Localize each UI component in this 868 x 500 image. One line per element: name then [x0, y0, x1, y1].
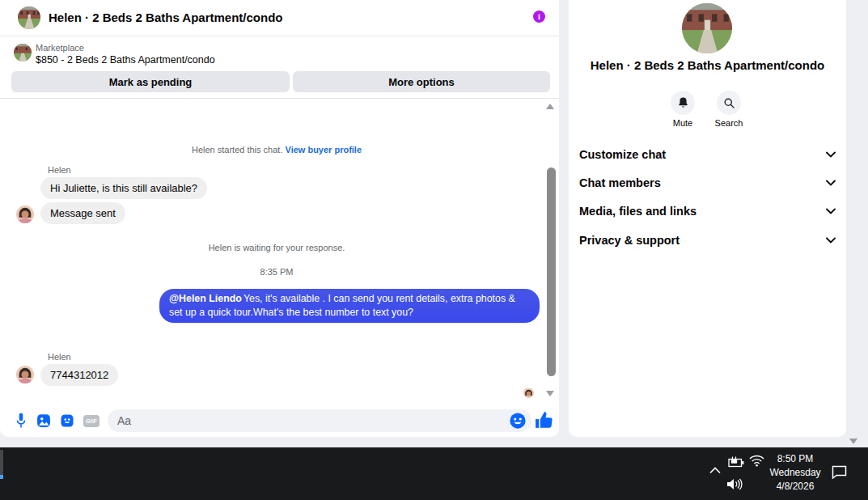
- action-center-icon[interactable]: [831, 464, 847, 479]
- incoming-message-bubble[interactable]: Message sent: [40, 202, 125, 224]
- chat-title: Helen · 2 Beds 2 Baths Apartment/condo: [49, 0, 283, 36]
- attach-image-icon[interactable]: [36, 413, 51, 428]
- chat-header: Helen · 2 Beds 2 Baths Apartment/condo i: [0, 0, 559, 36]
- chevron-down-icon: [826, 180, 836, 186]
- sender-avatar[interactable]: [16, 366, 34, 383]
- clock-date: 4/8/2026: [752, 480, 838, 494]
- section-label: Media, files and links: [579, 205, 697, 218]
- marketplace-listing-avatar[interactable]: [14, 44, 32, 61]
- gif-icon[interactable]: GIF: [83, 415, 100, 427]
- section-label: Chat members: [579, 176, 661, 189]
- person-photo-icon: [523, 388, 534, 398]
- taskbar-edge-sliver: [0, 450, 3, 477]
- thumbs-up-icon[interactable]: [534, 410, 554, 430]
- search-label: Search: [711, 118, 747, 128]
- section-label: Privacy & support: [579, 234, 680, 247]
- clock-day: Wednesday: [752, 466, 838, 480]
- more-options-button[interactable]: More options: [293, 71, 550, 92]
- chevron-down-icon: [826, 237, 836, 244]
- message-input[interactable]: [108, 409, 531, 432]
- listing-price-title[interactable]: $850 - 2 Beds 2 Baths Apartment/condo: [36, 54, 215, 66]
- sender-name-label: Helen: [48, 352, 71, 362]
- chat-scroll-down-arrow[interactable]: [546, 391, 554, 396]
- divider: [0, 98, 559, 99]
- sidebar-conversation-title: Helen · 2 Beds 2 Baths Apartment/condo: [569, 58, 846, 72]
- listing-avatar[interactable]: [18, 6, 40, 29]
- view-buyer-profile-link[interactable]: View buyer profile: [286, 145, 362, 155]
- sticker-icon[interactable]: [60, 413, 74, 428]
- mark-as-pending-button[interactable]: Mark as pending: [11, 71, 290, 92]
- windows-taskbar: 8:50 PM Wednesday 4/8/2026: [0, 447, 868, 500]
- seen-indicator-avatar: [523, 388, 534, 398]
- sender-name-label: Helen: [48, 165, 71, 175]
- chat-scrollbar-thumb[interactable]: [547, 167, 556, 376]
- chat-scroll-up-arrow[interactable]: [546, 104, 554, 109]
- taskbar-clock[interactable]: 8:50 PM Wednesday 4/8/2026: [752, 452, 838, 494]
- house-photo-icon: [14, 44, 32, 61]
- chat-start-notice: Helen started this chat. View buyer prof…: [0, 145, 553, 155]
- taskbar-edge-accent: [0, 475, 3, 479]
- sidebar-section-chat-members[interactable]: Chat members: [579, 174, 836, 192]
- sidebar-section-media-files-links[interactable]: Media, files and links: [579, 202, 836, 220]
- battery-charging-icon[interactable]: [728, 456, 745, 468]
- volume-icon[interactable]: [726, 478, 743, 490]
- desktop-screen: Helen · 2 Beds 2 Baths Apartment/condo i…: [0, 0, 868, 500]
- person-photo-icon: [16, 366, 34, 383]
- mute-label: Mute: [665, 118, 701, 128]
- person-photo-icon: [16, 206, 34, 223]
- marketplace-label: Marketplace: [36, 43, 84, 53]
- section-label: Customize chat: [579, 148, 666, 161]
- incoming-message-bubble[interactable]: Hi Juliette, is this still available?: [40, 177, 207, 199]
- voice-message-icon[interactable]: [14, 412, 28, 429]
- search-icon: [723, 97, 735, 109]
- chevron-down-icon: [826, 208, 836, 214]
- conversation-info-sidebar: Helen · 2 Beds 2 Baths Apartment/condo M…: [569, 0, 846, 437]
- mute-button[interactable]: Mute: [665, 91, 701, 128]
- conversation-info-icon[interactable]: i: [533, 11, 545, 23]
- sidebar-section-customize-chat[interactable]: Customize chat: [579, 146, 836, 163]
- sender-avatar[interactable]: [16, 206, 34, 223]
- incoming-message-bubble[interactable]: 7744312012: [40, 364, 118, 386]
- show-hidden-icons-chevron[interactable]: [709, 466, 722, 474]
- chat-start-text: Helen started this chat.: [192, 145, 286, 155]
- waiting-response-notice: Helen is waiting for your response.: [0, 243, 553, 252]
- search-in-conversation-button[interactable]: Search: [711, 91, 747, 128]
- listing-photo[interactable]: [682, 3, 732, 53]
- emoji-picker-icon[interactable]: [509, 412, 527, 430]
- clock-time: 8:50 PM: [752, 452, 838, 466]
- outgoing-message-bubble[interactable]: @Helen LiendoYes, it's available . I can…: [159, 289, 540, 323]
- chat-panel: Helen · 2 Beds 2 Baths Apartment/condo i…: [0, 0, 559, 437]
- message-timestamp: 8:35 PM: [0, 267, 553, 277]
- sidebar-section-privacy-support[interactable]: Privacy & support: [579, 231, 836, 249]
- house-photo-icon: [682, 3, 732, 53]
- house-photo-icon: [18, 6, 40, 29]
- bell-icon: [677, 96, 689, 109]
- chevron-down-icon: [826, 151, 836, 158]
- page-scroll-down-arrow[interactable]: [849, 439, 857, 444]
- mention-text: @Helen Liendo: [169, 293, 242, 304]
